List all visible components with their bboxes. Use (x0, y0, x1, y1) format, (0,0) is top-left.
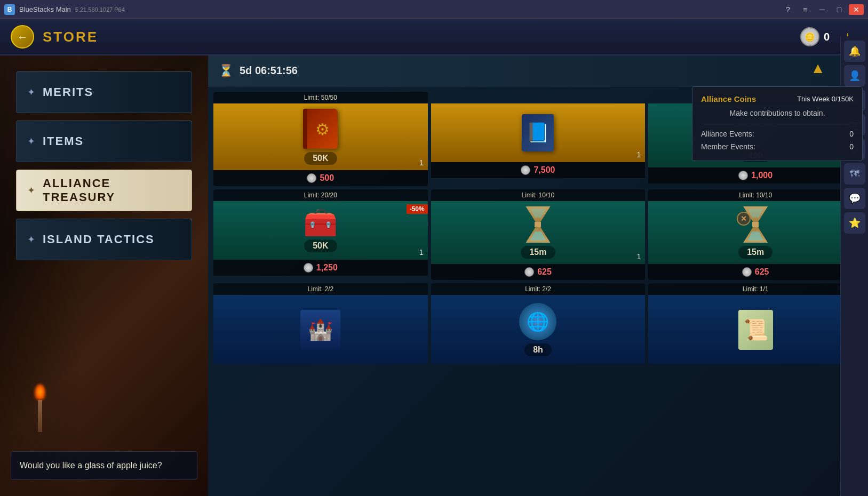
item-body: 🌐 8h (431, 295, 646, 364)
discount-badge: -50% (407, 204, 428, 214)
maximize-button[interactable]: □ (832, 4, 847, 15)
hourglass-top (525, 206, 550, 222)
price-coin-icon (307, 173, 316, 183)
panel-icon-7[interactable]: ⭐ (844, 212, 865, 234)
price-amount: 625 (755, 267, 769, 277)
merits-icon: ✦ (27, 86, 35, 98)
store-title: STORE (43, 29, 98, 45)
hourglass-bottom (525, 227, 550, 243)
timer-value: 5d 06:51:56 (240, 65, 298, 77)
price-coin-icon (521, 165, 530, 175)
sidebar-item-island-tactics[interactable]: ✦ ISLAND TACTICS (16, 219, 192, 260)
hourglass-icon (524, 206, 551, 243)
tooltip-title: Alliance Coins (701, 94, 756, 103)
alliance-events-label: Alliance Events: (701, 130, 754, 138)
item-card-scroll[interactable]: Limit: 📘 1 7,500 (431, 92, 646, 186)
price-bar: 625 (431, 264, 646, 280)
price-amount: 1,250 (316, 263, 338, 273)
item-limit: Limit: 10/10 (648, 189, 863, 201)
chest-icon-wrapper: 🧰 (303, 209, 338, 236)
help-button[interactable]: ? (781, 4, 795, 15)
main-layout: ✦ MERITS ✦ ITEMS ✦ ALLIANCE TREASURY ✦ I… (0, 55, 868, 496)
dialog-text: Would you like a glass of apple juice? (20, 459, 188, 472)
price-coin-icon (524, 267, 534, 277)
minimize-button[interactable]: ─ (815, 4, 830, 15)
torch-body (38, 400, 42, 432)
tooltip-alliance-events: Alliance Events: 0 (701, 127, 854, 140)
price-amount: 625 (537, 267, 552, 277)
sidebar-item-merits[interactable]: ✦ MERITS (16, 71, 192, 113)
panel-icon-1[interactable]: 👤 (844, 65, 865, 86)
menu-items: ✦ MERITS ✦ ITEMS ✦ ALLIANCE TREASURY ✦ I… (16, 71, 192, 260)
price-amount: 1,000 (751, 171, 773, 180)
price-bar: 625 (648, 264, 863, 280)
items-icon: ✦ (27, 135, 35, 147)
up-arrow-icon: ▲ (810, 60, 825, 77)
tooltip-description: Make contributions to obtain. (701, 109, 854, 117)
item-card-globe[interactable]: Limit: 2/2 🌐 8h (431, 283, 646, 364)
item-card-hourglass-2[interactable]: Limit: 10/10 ✕ 15m 1 625 (648, 189, 863, 280)
book-icon (303, 109, 338, 149)
item-label: 50K (304, 239, 337, 252)
item-label: 50K (304, 152, 337, 165)
item-limit: Limit: 20/20 (213, 189, 428, 201)
close-button[interactable]: ✕ (849, 4, 864, 15)
chest-icon: 🧰 (303, 209, 338, 236)
cancel-overlay: ✕ (737, 212, 751, 226)
price-amount: 7,500 (533, 165, 555, 175)
tooltip-week: This Week 0/150K (797, 95, 854, 103)
tooltip-header: Alliance Coins This Week 0/150K (701, 94, 854, 103)
coin-display: 🪙 0 (800, 27, 830, 46)
item-body: 🧰 50K 1 (213, 201, 428, 260)
panel-icon-0[interactable]: 🔔 (844, 41, 865, 62)
item-card-book-50k[interactable]: Limit: 50/50 50K 1 500 (213, 92, 428, 186)
price-amount: 500 (320, 173, 334, 183)
coin-count: 0 (824, 31, 830, 43)
island-tactics-label: ISLAND TACTICS (43, 233, 155, 246)
scroll-icon: 📘 (522, 114, 554, 151)
item-body: 📜 (648, 295, 863, 364)
tooltip-divider (701, 124, 854, 124)
hourglass-bottom (743, 227, 768, 243)
panel-icon-5[interactable]: 🗺 (844, 163, 865, 185)
price-coin-icon (742, 267, 752, 277)
item-limit: Limit: 2/2 (431, 283, 646, 295)
feather-icon: 📜 (738, 310, 773, 350)
item-card-castle[interactable]: Limit: 2/2 🏰 (213, 283, 428, 364)
price-coin-icon (738, 171, 748, 180)
item-limit: Limit: 1/1 (648, 283, 863, 295)
tooltip-member-events: Member Events: 0 (701, 140, 854, 153)
price-coin-icon (304, 263, 313, 273)
sidebar-item-items[interactable]: ✦ ITEMS (16, 121, 192, 162)
hourglass-mid (535, 222, 541, 227)
merits-label: MERITS (43, 85, 93, 99)
globe-icon: 🌐 (519, 303, 556, 340)
left-sidebar: ✦ MERITS ✦ ITEMS ✦ ALLIANCE TREASURY ✦ I… (0, 55, 208, 496)
app-name: BlueStacks Main (19, 5, 71, 13)
item-card-hourglass-1[interactable]: Limit: 10/10 15m 1 625 (431, 189, 646, 280)
alliance-treasury-icon: ✦ (27, 185, 35, 196)
item-label: 15m (521, 246, 555, 259)
menu-button[interactable]: ≡ (798, 4, 813, 15)
item-limit: Limit: 10/10 (431, 189, 646, 201)
torch-decoration (32, 384, 48, 427)
sidebar-item-alliance-treasury[interactable]: ✦ ALLIANCE TREASURY (16, 170, 192, 211)
alliance-coins-tooltip: Alliance Coins This Week 0/150K Make con… (692, 86, 863, 161)
item-limit: Limit: 2/2 (213, 283, 428, 295)
coin-icon: 🪙 (800, 27, 819, 46)
bluestacks-icon: B (4, 4, 15, 15)
dialog-box: Would you like a glass of apple juice? (11, 451, 197, 480)
item-card-feather[interactable]: Limit: 1/1 📜 (648, 283, 863, 364)
item-body: 📘 1 (431, 103, 646, 162)
member-events-label: Member Events: (701, 142, 755, 151)
right-content: ⏳ 5d 06:51:56 ▲ Alliance Coins This Week… (208, 55, 868, 496)
panel-icon-6[interactable]: 💬 (844, 188, 865, 209)
item-card-chest-50k[interactable]: Limit: 20/20 -50% 🧰 50K 1 1,250 (213, 189, 428, 280)
back-button[interactable]: ← (11, 25, 34, 49)
item-quantity: 1 (419, 158, 424, 167)
alliance-events-value: 0 (849, 130, 854, 138)
item-label: 15m (738, 246, 773, 259)
item-body: 50K 1 (213, 103, 428, 170)
item-body: 15m 1 (431, 201, 646, 264)
title-bar-controls: ? ≡ ─ □ ✕ (781, 4, 864, 15)
